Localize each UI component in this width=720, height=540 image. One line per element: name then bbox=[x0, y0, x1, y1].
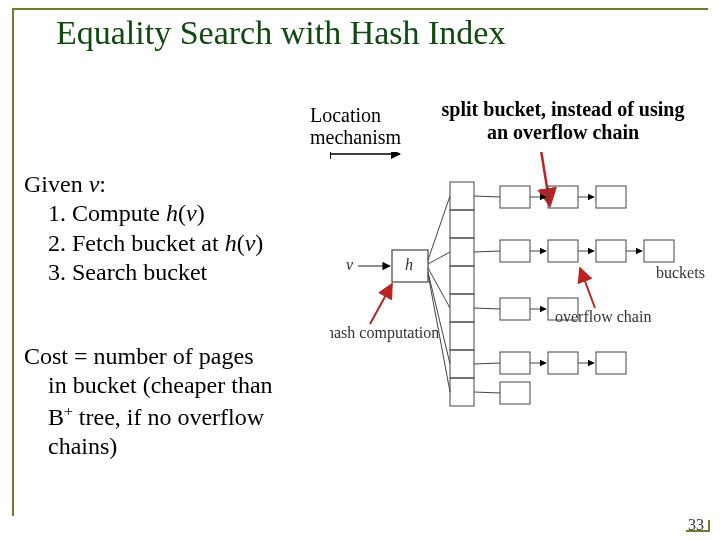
step-3: 3. Search bucket bbox=[24, 258, 324, 287]
svg-rect-25 bbox=[548, 240, 578, 262]
svg-rect-8 bbox=[450, 294, 474, 322]
svg-rect-20 bbox=[548, 186, 578, 208]
svg-line-42 bbox=[474, 363, 500, 364]
svg-rect-33 bbox=[500, 352, 530, 374]
cost-line1: Cost = number of pages bbox=[24, 342, 324, 371]
slide-number: 33 bbox=[688, 516, 704, 534]
svg-rect-22 bbox=[596, 186, 626, 208]
svg-rect-11 bbox=[450, 378, 474, 406]
cost-line2: in bucket (cheaper than bbox=[24, 371, 324, 400]
svg-line-12 bbox=[428, 196, 450, 260]
svg-rect-23 bbox=[500, 240, 530, 262]
svg-line-43 bbox=[474, 392, 500, 393]
diagram-h: h bbox=[405, 256, 413, 273]
svg-rect-5 bbox=[450, 210, 474, 238]
cost-paragraph: Cost = number of pages in bucket (cheape… bbox=[24, 342, 324, 461]
cost-line4: chains) bbox=[24, 432, 324, 461]
split-bucket-note: split bucket, instead of using an overfl… bbox=[438, 98, 688, 144]
svg-rect-35 bbox=[548, 352, 578, 374]
svg-line-14 bbox=[428, 268, 450, 308]
hash-index-diagram: v h hash computation bbox=[330, 152, 710, 442]
svg-line-13 bbox=[428, 252, 450, 264]
svg-line-44 bbox=[580, 268, 595, 308]
svg-rect-4 bbox=[450, 182, 474, 210]
svg-line-17 bbox=[370, 284, 392, 324]
svg-rect-38 bbox=[500, 382, 530, 404]
algorithm-steps: Given v: 1. Compute h(v) 2. Fetch bucket… bbox=[24, 170, 324, 287]
svg-line-40 bbox=[474, 251, 500, 252]
svg-line-41 bbox=[474, 308, 500, 309]
svg-rect-18 bbox=[500, 186, 530, 208]
svg-line-39 bbox=[474, 196, 500, 197]
step-2: 2. Fetch bucket at h(v) bbox=[24, 229, 324, 258]
diagram-v: v bbox=[346, 256, 354, 273]
svg-rect-29 bbox=[644, 240, 674, 262]
loc-mech-line2: mechanism bbox=[310, 126, 401, 148]
location-mechanism-label: Location mechanism bbox=[310, 104, 401, 148]
directory-column bbox=[450, 182, 474, 406]
svg-line-15 bbox=[428, 272, 450, 364]
svg-rect-27 bbox=[596, 240, 626, 262]
diagram-buckets-label: buckets bbox=[656, 264, 705, 281]
svg-rect-30 bbox=[500, 298, 530, 320]
given-line: Given v: bbox=[24, 170, 324, 199]
diagram-overflow-label: overflow chain bbox=[555, 308, 651, 325]
svg-rect-7 bbox=[450, 266, 474, 294]
svg-rect-10 bbox=[450, 350, 474, 378]
page-title: Equality Search with Hash Index bbox=[52, 14, 509, 52]
cost-line3: B+ tree, if no overflow bbox=[24, 401, 324, 432]
svg-rect-9 bbox=[450, 322, 474, 350]
svg-rect-37 bbox=[596, 352, 626, 374]
svg-rect-6 bbox=[450, 238, 474, 266]
loc-mech-line1: Location bbox=[310, 104, 401, 126]
step-1: 1. Compute h(v) bbox=[24, 199, 324, 228]
diagram-hashcomp-label: hash computation bbox=[330, 324, 439, 342]
